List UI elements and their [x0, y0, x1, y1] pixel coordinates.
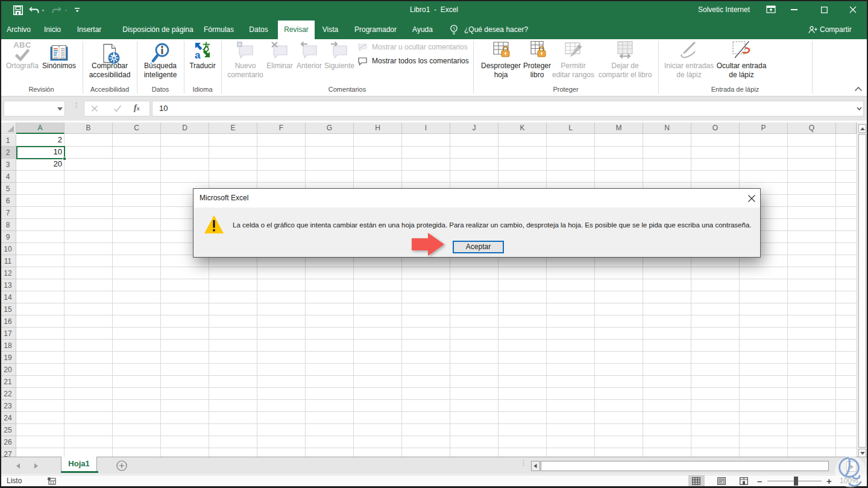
svg-text:a: a: [195, 49, 201, 59]
